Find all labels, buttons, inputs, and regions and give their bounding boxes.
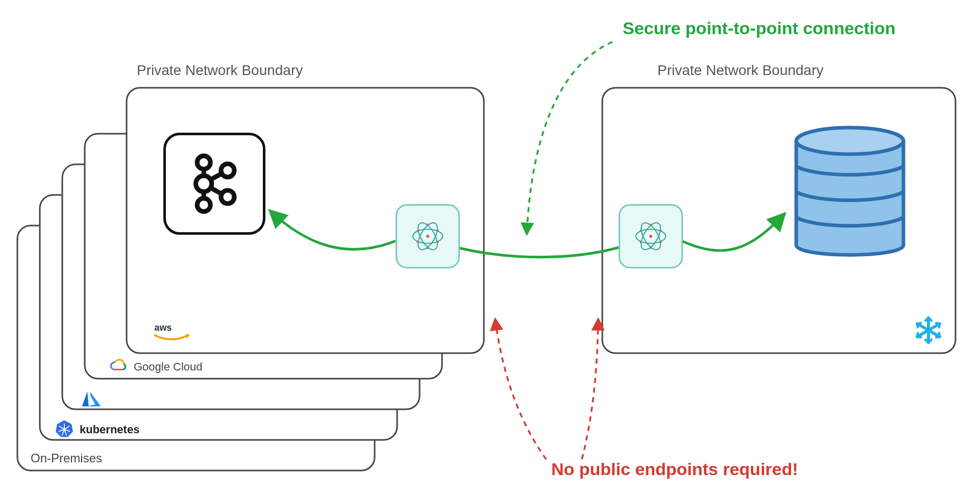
svg-line-13: [210, 173, 222, 180]
svg-line-46: [939, 333, 940, 337]
svg-point-23: [416, 241, 419, 243]
svg-point-21: [416, 230, 419, 232]
svg-line-14: [210, 188, 222, 194]
svg-point-6: [197, 156, 210, 169]
svg-point-30: [650, 247, 652, 249]
google-cloud-logo: Google Cloud: [108, 358, 203, 376]
on-premises-label: On-Premises: [31, 451, 102, 465]
ockam-node-right-icon: [619, 204, 683, 268]
svg-text:aws: aws: [154, 323, 172, 333]
arrow-ockam-to-db: [681, 213, 785, 251]
arrow-ockam-to-kafka: [270, 210, 396, 250]
annotation-green-arrow: [527, 42, 612, 235]
arrow-ockam-to-ockam: [457, 248, 619, 257]
azure-logo-icon: [81, 390, 102, 411]
left-boundary-title: Private Network Boundary: [137, 62, 303, 79]
right-boundary-title: Private Network Boundary: [657, 62, 823, 79]
svg-line-44: [917, 324, 918, 327]
svg-point-35: [796, 128, 903, 154]
svg-point-24: [437, 241, 439, 243]
aws-logo-icon: aws: [153, 322, 190, 344]
svg-point-20: [427, 247, 429, 249]
svg-point-34: [660, 241, 662, 243]
annotation-red-arrow-left: [495, 318, 546, 459]
google-cloud-label: Google Cloud: [134, 360, 203, 374]
svg-line-50: [939, 324, 940, 327]
svg-point-31: [640, 230, 642, 232]
annotation-red-arrow-right: [582, 318, 598, 459]
database-icon: [786, 117, 914, 273]
snowflake-icon: [914, 315, 943, 347]
kubernetes-label: kubernetes: [80, 423, 139, 436]
kubernetes-logo-icon: [55, 419, 74, 440]
google-cloud-logo-icon: [108, 358, 128, 376]
svg-point-32: [660, 230, 662, 232]
kubernetes-logo: kubernetes: [55, 419, 139, 440]
svg-point-18: [426, 235, 429, 238]
svg-line-48: [917, 333, 918, 337]
annotation-no-public-endpoints: No public endpoints required!: [551, 459, 798, 479]
svg-point-22: [437, 230, 439, 232]
ockam-node-left-icon: [396, 204, 460, 268]
svg-point-8: [197, 199, 210, 212]
diagram-root: Private Network Boundary Private Network…: [0, 0, 980, 494]
svg-point-7: [196, 176, 212, 191]
svg-point-33: [640, 241, 642, 243]
svg-point-28: [649, 235, 652, 238]
svg-point-29: [650, 224, 652, 226]
svg-point-19: [427, 224, 429, 226]
kafka-icon: [163, 133, 265, 235]
annotation-secure-connection: Secure point-to-point connection: [623, 18, 896, 38]
